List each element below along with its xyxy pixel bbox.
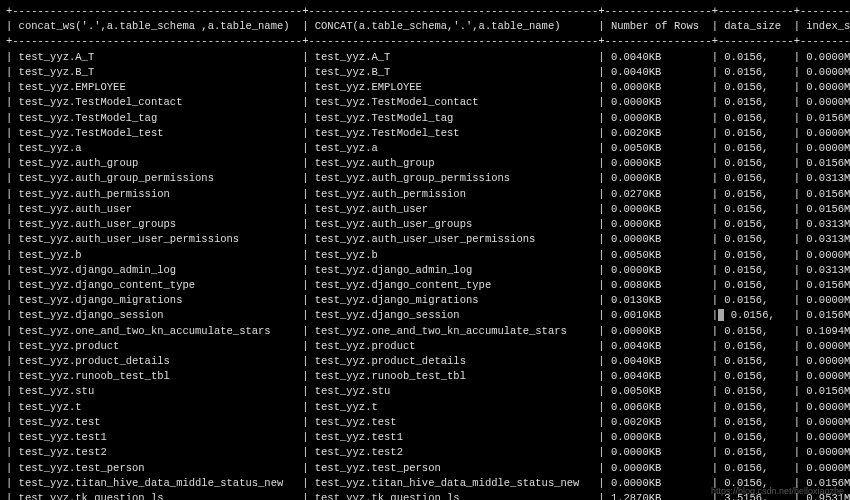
table-row: | test_yyz.test_person | test_yyz.test_p…: [6, 461, 844, 476]
table-row: | test_yyz.test1 | test_yyz.test1 | 0.00…: [6, 430, 844, 445]
table-row: | test_yyz.auth_permission | test_yyz.au…: [6, 187, 844, 202]
table-row: | test_yyz.auth_group_permissions | test…: [6, 171, 844, 186]
table-row: | test_yyz.auth_user | test_yyz.auth_use…: [6, 202, 844, 217]
table-row: | test_yyz.B_T | test_yyz.B_T | 0.0040KB…: [6, 65, 844, 80]
table-row: | test_yyz.django_admin_log | test_yyz.d…: [6, 263, 844, 278]
table-row: | test_yyz.test2 | test_yyz.test2 | 0.00…: [6, 445, 844, 460]
table-row: | test_yyz.product | test_yyz.product | …: [6, 339, 844, 354]
table-row: | test_yyz.auth_user_groups | test_yyz.a…: [6, 217, 844, 232]
sql-result-table: +---------------------------------------…: [6, 4, 844, 500]
table-row: | test_yyz.django_migrations | test_yyz.…: [6, 293, 844, 308]
table-row: | test_yyz.EMPLOYEE | test_yyz.EMPLOYEE …: [6, 80, 844, 95]
table-row: +---------------------------------------…: [6, 34, 844, 49]
table-row: | test_yyz.a | test_yyz.a | 0.0050KB | 0…: [6, 141, 844, 156]
table-row: | test_yyz.product_details | test_yyz.pr…: [6, 354, 844, 369]
table-row: | test_yyz.t | test_yyz.t | 0.0060KB | 0…: [6, 400, 844, 415]
table-row: | test_yyz.TestModel_contact | test_yyz.…: [6, 95, 844, 110]
table-row: | test_yyz.test | test_yyz.test | 0.0020…: [6, 415, 844, 430]
table-row: | test_yyz.one_and_two_kn_accumulate_sta…: [6, 324, 844, 339]
table-row: | test_yyz.runoob_test_tbl | test_yyz.ru…: [6, 369, 844, 384]
table-row: | test_yyz.auth_group | test_yyz.auth_gr…: [6, 156, 844, 171]
table-row: | test_yyz.A_T | test_yyz.A_T | 0.0040KB…: [6, 50, 844, 65]
table-row: | test_yyz.TestModel_tag | test_yyz.Test…: [6, 111, 844, 126]
table-row: | test_yyz.TestModel_test | test_yyz.Tes…: [6, 126, 844, 141]
table-row: | concat_ws('.',a.table_schema ,a.table_…: [6, 19, 844, 34]
text-cursor: [718, 309, 724, 321]
credit-watermark: https://blog.csdn.net/helloxiaozhe: [711, 485, 844, 498]
table-row: | test_yyz.auth_user_user_permissions | …: [6, 232, 844, 247]
table-row: | test_yyz.stu | test_yyz.stu | 0.0050KB…: [6, 384, 844, 399]
table-row: | test_yyz.django_content_type | test_yy…: [6, 278, 844, 293]
table-row: | test_yyz.b | test_yyz.b | 0.0050KB | 0…: [6, 248, 844, 263]
table-row: | test_yyz.django_session | test_yyz.dja…: [6, 308, 844, 323]
table-row: +---------------------------------------…: [6, 4, 844, 19]
